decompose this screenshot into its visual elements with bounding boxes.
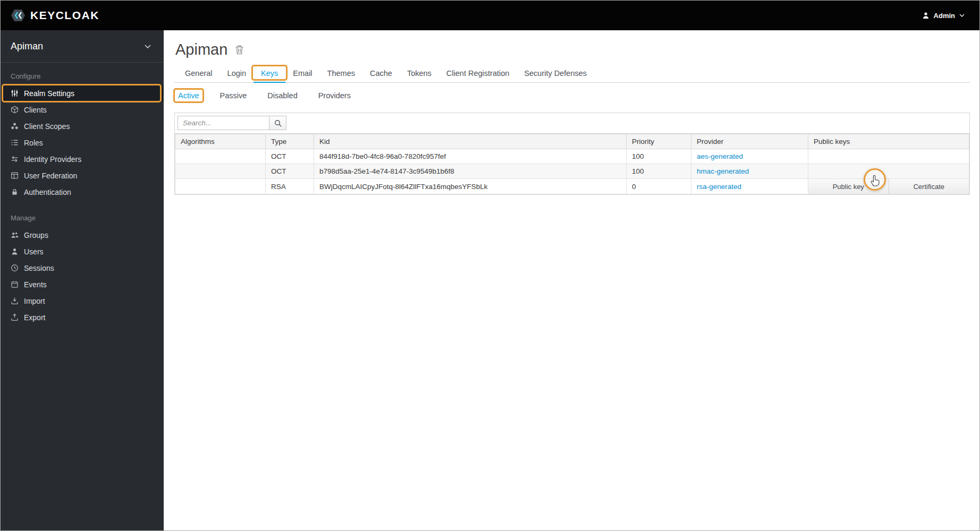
page-title-row: Apiman	[175, 41, 970, 58]
lock-icon	[11, 188, 19, 196]
trash-icon[interactable]	[235, 45, 244, 55]
sidebar-item-label: Identity Providers	[24, 155, 81, 164]
brand-name: KEYCLOAK	[30, 9, 99, 22]
col-header-type: Type	[266, 134, 314, 149]
sidebar-item-groups[interactable]: Groups	[1, 227, 164, 243]
sidebar-item-label: Realm Settings	[24, 89, 74, 98]
sidebar-item-clients[interactable]: Clients	[1, 101, 164, 118]
provider-link[interactable]: rsa-generated	[697, 183, 741, 191]
subtab-passive[interactable]: Passive	[220, 91, 247, 100]
table-row: OCT 844f918d-7be0-4fc8-96a0-7820fc957fef…	[175, 149, 969, 164]
realm-name: Apiman	[11, 41, 43, 52]
table-grid-icon	[11, 172, 19, 179]
exchange-arrows-icon	[11, 155, 19, 163]
cell-public-keys: Public key Certificate	[808, 179, 969, 194]
chevron-down-icon	[145, 45, 151, 48]
user-menu[interactable]: Admin	[922, 12, 965, 20]
table-header-row: Algorithms Type Kid Priority Provider Pu…	[175, 134, 969, 149]
export-icon	[11, 313, 19, 321]
sidebar: Apiman Configure Rea	[1, 30, 164, 530]
topbar: KEYCLOAK Admin	[1, 1, 979, 30]
cell-algorithms	[175, 164, 266, 179]
tab-themes[interactable]: Themes	[320, 64, 362, 83]
cell-type: OCT	[266, 164, 314, 179]
tab-keys[interactable]: Keys	[254, 64, 285, 83]
sidebar-item-realm-settings[interactable]: Realm Settings	[1, 85, 164, 101]
realm-settings-tabs: General Login Keys Email Themes Cache To…	[174, 64, 970, 83]
certificate-button[interactable]: Certificate	[889, 179, 969, 194]
import-icon	[11, 297, 19, 305]
subtab-providers[interactable]: Providers	[318, 91, 351, 100]
list-icon	[11, 139, 19, 147]
sidebar-item-label: Roles	[24, 139, 43, 147]
cell-priority: 100	[627, 164, 691, 179]
cell-kid: b798d5aa-25e1-4e74-8147-3c9549b1b6f8	[314, 164, 627, 179]
col-header-algorithms: Algorithms	[175, 134, 266, 149]
page-title: Apiman	[175, 41, 227, 58]
sliders-icon	[11, 89, 19, 97]
provider-link[interactable]: aes-generated	[697, 152, 743, 160]
sidebar-nav: Configure Realm Settings	[1, 63, 164, 326]
sidebar-item-label: User Federation	[24, 172, 77, 180]
sidebar-item-client-scopes[interactable]: Client Scopes	[1, 118, 164, 134]
col-header-provider: Provider	[691, 134, 808, 149]
table-row: OCT b798d5aa-25e1-4e74-8147-3c9549b1b6f8…	[175, 164, 969, 179]
tab-cache[interactable]: Cache	[362, 64, 400, 83]
user-icon	[11, 247, 19, 255]
subtab-disabled[interactable]: Disabled	[267, 91, 297, 100]
cell-provider: hmac-generated	[691, 164, 808, 179]
cell-provider: rsa-generated	[691, 179, 808, 194]
tab-security-defenses[interactable]: Security Defenses	[517, 64, 594, 83]
section-label-manage: Manage	[1, 200, 164, 227]
cell-public-keys	[808, 164, 969, 179]
sidebar-item-identity-providers[interactable]: Identity Providers	[1, 151, 164, 167]
sidebar-item-export[interactable]: Export	[1, 309, 164, 326]
sidebar-item-label: Groups	[24, 231, 48, 239]
cell-public-keys	[808, 149, 969, 164]
sidebar-item-label: Export	[24, 313, 45, 322]
sidebar-item-users[interactable]: Users	[1, 243, 164, 260]
tab-tokens[interactable]: Tokens	[400, 64, 439, 83]
sidebar-item-label: Sessions	[24, 264, 54, 272]
table-toolbar	[175, 113, 969, 134]
keycloak-logo-icon	[11, 8, 26, 23]
circles-cluster-icon	[11, 122, 19, 130]
tab-email[interactable]: Email	[285, 64, 319, 83]
keycloak-logo: KEYCLOAK	[11, 8, 99, 23]
user-icon	[922, 12, 930, 19]
main-content: Apiman General Login Keys Email Themes C…	[164, 30, 980, 530]
keys-table: Algorithms Type Kid Priority Provider Pu…	[175, 134, 969, 194]
tab-login[interactable]: Login	[220, 64, 254, 83]
sidebar-item-user-federation[interactable]: User Federation	[1, 167, 164, 184]
search-button[interactable]	[269, 116, 286, 130]
provider-link[interactable]: hmac-generated	[697, 167, 749, 175]
subtab-active[interactable]: Active	[178, 91, 199, 100]
col-header-public-keys: Public keys	[808, 134, 969, 149]
sidebar-item-authentication[interactable]: Authentication	[1, 184, 164, 200]
groups-icon	[11, 231, 19, 239]
cell-kid: 844f918d-7be0-4fc8-96a0-7820fc957fef	[314, 149, 627, 164]
section-label-configure: Configure	[1, 63, 164, 85]
sidebar-item-sessions[interactable]: Sessions	[1, 260, 164, 276]
col-header-priority: Priority	[627, 134, 691, 149]
search-icon	[274, 119, 282, 127]
cell-provider: aes-generated	[691, 149, 808, 164]
realm-selector[interactable]: Apiman	[1, 30, 164, 63]
calendar-icon	[11, 280, 19, 288]
cell-algorithms	[175, 179, 266, 194]
sidebar-item-roles[interactable]: Roles	[1, 134, 164, 151]
sidebar-item-label: Events	[24, 280, 47, 289]
tab-general[interactable]: General	[178, 64, 220, 83]
keys-subtabs: Active Passive Disabled Providers	[174, 83, 970, 100]
cell-type: OCT	[266, 149, 314, 164]
sidebar-item-label: Clients	[24, 106, 47, 114]
sidebar-item-label: Client Scopes	[24, 122, 70, 131]
cell-priority: 0	[627, 179, 691, 194]
keys-table-container: Algorithms Type Kid Priority Provider Pu…	[174, 113, 970, 195]
sidebar-item-events[interactable]: Events	[1, 276, 164, 293]
tab-client-registration[interactable]: Client Registration	[439, 64, 517, 83]
public-key-button[interactable]: Public key	[808, 179, 889, 194]
sidebar-item-import[interactable]: Import	[1, 293, 164, 309]
search-input[interactable]	[178, 116, 269, 130]
sidebar-item-label: Users	[24, 247, 44, 256]
